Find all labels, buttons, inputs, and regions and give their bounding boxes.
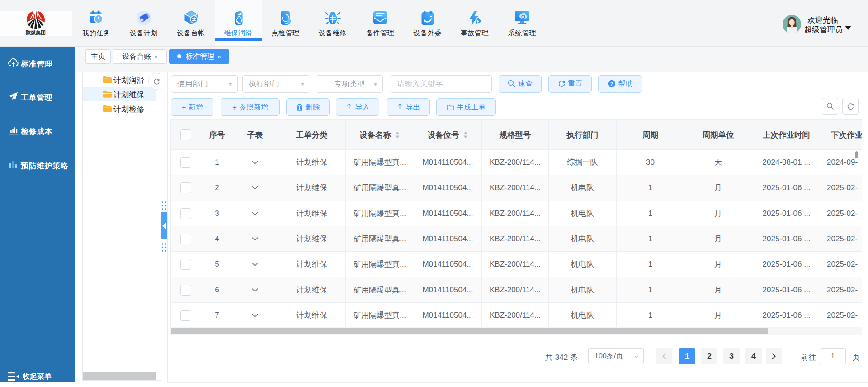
svg-text:?: ? [610,81,613,86]
svg-text:陕煤集团: 陕煤集团 [26,30,46,35]
